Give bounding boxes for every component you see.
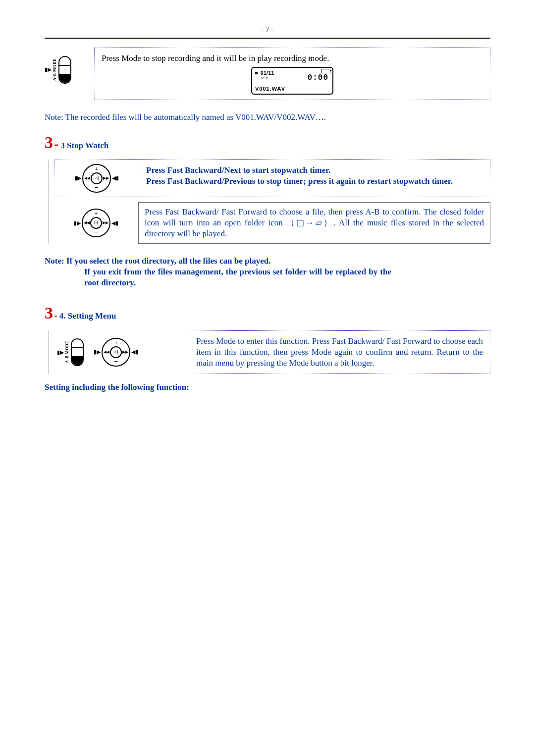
section-dash: - [54, 135, 58, 153]
play-pause-icon [91, 172, 103, 184]
stopwatch-line1: Press Fast Backward/Next to start stopwa… [146, 165, 331, 175]
stopwatch-line2: Press Fast Backward/Previous to stop tim… [146, 176, 453, 186]
ab-mode-label: A-B MODE [53, 58, 57, 81]
speaker-left-icon: ▮▶ [93, 349, 102, 355]
root-note-continuation: If you exit from the files management, t… [84, 267, 391, 288]
section-3-4-body: ▮▶ A-B MODE ▮▶ + − ◀◀ ▶▶ ◀▮ Press Mode t… [49, 330, 490, 374]
lcd-file: V001.WAV [255, 85, 285, 92]
switch-slots-icon [71, 338, 84, 366]
arrow-icon: ▮▶ [45, 66, 52, 73]
recording-instruction-box: Press Mode to stop recording and it will… [94, 48, 490, 100]
header-rule [45, 38, 490, 39]
folder-instruction-box: Press Fast Backward/ Fast Forward to cho… [138, 202, 490, 244]
setting-icons-cell: ▮▶ A-B MODE ▮▶ + − ◀◀ ▶▶ ◀▮ [54, 330, 189, 374]
section-3-4-heading: 3 - 4. Setting Menu [45, 302, 490, 324]
speaker-left-icon: ▮▶ [73, 175, 82, 181]
root-note-line1: Note: If you select the root directory, … [45, 256, 270, 266]
speaker-right-icon: ◀▮ [111, 175, 120, 181]
lcd-track: 01/11 [261, 70, 274, 76]
section-3-3-body: ▮▶ + − ◀◀ ▶▶ ◀▮ Press Fast Backward/Next… [49, 160, 490, 244]
stop-icon [255, 72, 258, 74]
dpad-icon: ▮▶ + − ◀◀ ▶▶ ◀▮ [93, 338, 139, 367]
setting-instruction-text: Press Mode to enter this function. Press… [196, 336, 483, 368]
setting-instruction-box: Press Mode to enter this function. Press… [189, 330, 490, 374]
play-pause-icon [90, 217, 102, 229]
root-directory-note: Note: If you select the root directory, … [45, 256, 490, 267]
ab-mode-switch-icon: ▮▶ A-B MODE [45, 51, 83, 89]
folder-instruction-text: Press Fast Backward/ Fast Forward to cho… [145, 207, 484, 238]
speaker-left-icon: ▮▶ [73, 220, 82, 226]
lcd-screen-icon: 01/11 V:.z 0:00 V001.WAV [251, 67, 333, 95]
speaker-right-icon: ◀▮ [130, 349, 139, 355]
recording-section: ▮▶ A-B MODE Press Mode to stop recording… [45, 48, 490, 100]
dpad-icon-cell-2: ▮▶ + − ◀◀ ▶▶ ◀▮ [54, 202, 138, 244]
recording-instruction-text: Press Mode to stop recording and it will… [102, 53, 483, 64]
section-title: 3 Stop Watch [60, 140, 108, 151]
speaker-right-icon: ◀▮ [110, 220, 119, 226]
dpad-icon: ▮▶ + − ◀◀ ▶▶ ◀▮ [73, 209, 119, 237]
dpad-icon-cell: ▮▶ + − ◀◀ ▶▶ ◀▮ [54, 160, 139, 197]
ab-mode-label: A-B MODE [65, 341, 70, 363]
dpad-icon: ▮▶ + − ◀◀ ▶▶ ◀▮ [73, 164, 120, 193]
switch-slots-icon [58, 56, 71, 84]
section-3-3-heading: 3 - 3 Stop Watch [45, 132, 490, 154]
section-number: 3 [45, 132, 53, 154]
page-number: - 7 - [45, 25, 490, 35]
autoname-note: Note: The recorded files will be automat… [45, 112, 490, 123]
lcd-time: 0:00 [308, 73, 328, 83]
ab-mode-switch-icon: ▮▶ A-B MODE [57, 338, 84, 366]
root-note-line2: If you exit from the files management, t… [84, 267, 391, 287]
arrow-icon: ▮▶ [57, 349, 64, 356]
play-pause-icon [110, 346, 122, 358]
setting-following-heading: Setting including the following function… [45, 382, 490, 393]
section-dash: - [54, 309, 57, 322]
section-number: 3 [45, 302, 53, 324]
section-title: 4. Setting Menu [59, 311, 116, 322]
stopwatch-instruction-box: Press Fast Backward/Next to start stopwa… [139, 160, 490, 197]
